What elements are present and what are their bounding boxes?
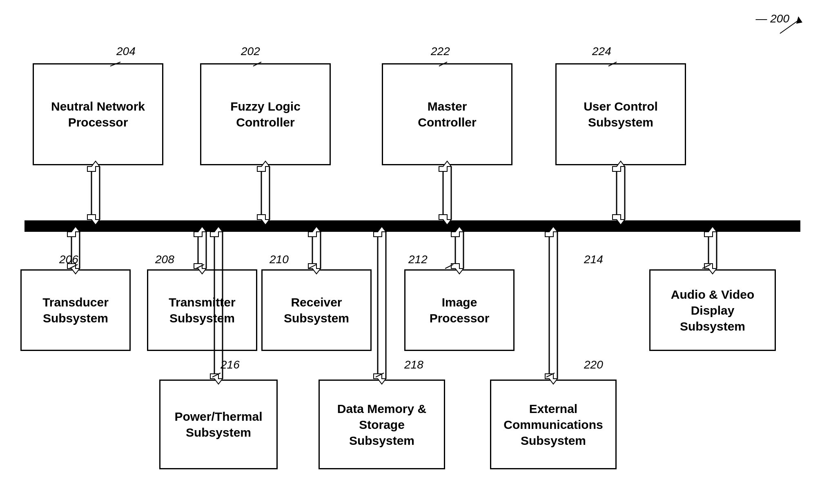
- receiver-subsystem-box: ReceiverSubsystem: [261, 269, 372, 351]
- user-control-subsystem-box: User ControlSubsystem: [555, 63, 686, 165]
- neutral-network-processor-box: Neutral Network Processor: [33, 63, 163, 165]
- audio-video-display-box: Audio & VideoDisplaySubsystem: [649, 269, 776, 351]
- ref-208: 208: [155, 253, 174, 266]
- audio-video-display-label: Audio & VideoDisplaySubsystem: [671, 286, 754, 334]
- master-controller-label: MasterController: [418, 98, 476, 130]
- svg-line-59: [445, 264, 453, 269]
- ref-216: 216: [221, 358, 240, 371]
- fuzzy-logic-controller-box: Fuzzy LogicController: [200, 63, 331, 165]
- transducer-subsystem-label: TransducerSubsystem: [42, 294, 109, 326]
- svg-line-63: [546, 373, 555, 377]
- ref-220: 220: [584, 358, 603, 371]
- ref-218: 218: [404, 358, 423, 371]
- svg-line-60: [702, 264, 711, 269]
- ref-210: 210: [270, 253, 289, 266]
- neutral-network-processor-label: Neutral Network Processor: [38, 98, 158, 130]
- data-memory-storage-box: Data Memory &StorageSubsystem: [319, 380, 445, 469]
- svg-line-57: [196, 264, 204, 269]
- ref-204: 204: [116, 45, 136, 58]
- ref-206: 206: [59, 253, 78, 266]
- transmitter-subsystem-box: TransmitterSubsystem: [147, 269, 257, 351]
- svg-marker-51: [796, 16, 802, 24]
- ref-222: 222: [431, 45, 450, 58]
- diagram: — 200 204 202 222 224 206 208 210 212 21…: [0, 0, 822, 504]
- image-processor-box: ImageProcessor: [404, 269, 515, 351]
- ref-224: 224: [592, 45, 611, 58]
- svg-line-62: [376, 373, 384, 377]
- master-controller-box: MasterController: [382, 63, 512, 165]
- power-thermal-subsystem-label: Power/ThermalSubsystem: [174, 409, 262, 440]
- ref-212: 212: [408, 253, 428, 266]
- image-processor-label: ImageProcessor: [430, 294, 490, 326]
- power-thermal-subsystem-box: Power/ThermalSubsystem: [159, 380, 278, 469]
- user-control-subsystem-label: User ControlSubsystem: [584, 98, 658, 130]
- ref-202: 202: [241, 45, 260, 58]
- bus-bar: [25, 220, 800, 232]
- transducer-subsystem-box: TransducerSubsystem: [20, 269, 131, 351]
- transmitter-subsystem-label: TransmitterSubsystem: [169, 294, 235, 326]
- external-communications-box: ExternalCommunicationsSubsystem: [490, 380, 617, 469]
- external-communications-label: ExternalCommunicationsSubsystem: [503, 401, 603, 448]
- data-memory-storage-label: Data Memory &StorageSubsystem: [337, 401, 426, 448]
- ref-214: 214: [584, 253, 603, 266]
- ref-200: — 200: [756, 12, 790, 25]
- receiver-subsystem-label: ReceiverSubsystem: [284, 294, 349, 326]
- svg-line-58: [308, 264, 316, 269]
- svg-line-61: [212, 373, 221, 377]
- fuzzy-logic-controller-label: Fuzzy LogicController: [230, 98, 301, 130]
